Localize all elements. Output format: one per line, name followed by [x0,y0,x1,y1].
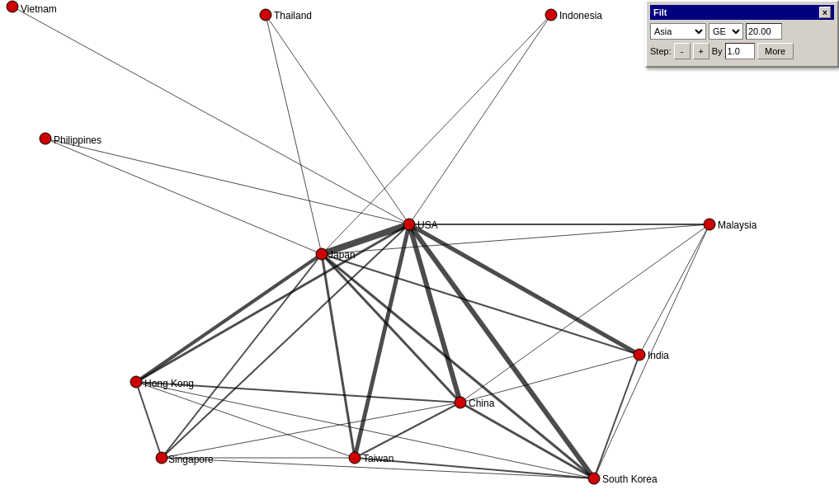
operator-select[interactable]: GE LE EQ [709,23,743,40]
more-button[interactable]: More [757,43,794,59]
network-canvas [0,0,839,504]
panel-title: Filt [653,7,667,17]
step-label: Step: [650,46,672,56]
by-label: By [712,46,723,56]
title-bar: Filt × [650,5,834,20]
by-input[interactable]: 1.0 [725,43,755,59]
minus-button[interactable]: - [674,43,691,59]
plus-button[interactable]: + [693,43,709,59]
close-button[interactable]: × [819,7,831,18]
region-select[interactable]: Asia Europe Americas [650,23,706,40]
control-panel: Filt × Asia Europe Americas GE LE EQ 20.… [645,0,839,68]
value-input[interactable]: 20.00 [746,23,782,40]
